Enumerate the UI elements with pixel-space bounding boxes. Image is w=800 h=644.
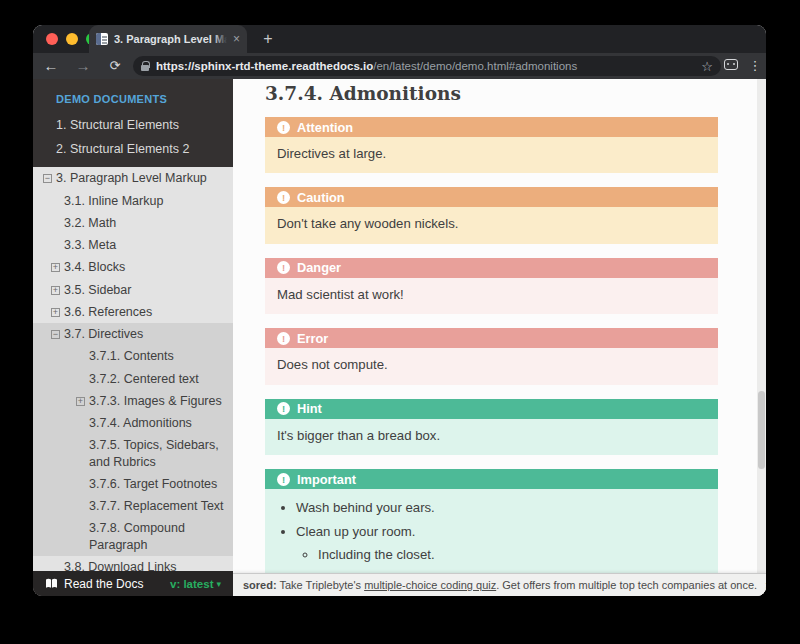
browser-window: 3. Paragraph Level Markup — R × + ← → ⟳ …: [33, 25, 766, 596]
toc-item-label: 3.4. Blocks: [64, 260, 125, 274]
sidebar-item-centered-text[interactable]: 3.7.2. Centered text: [33, 368, 233, 390]
admonition-title: !Caution: [265, 187, 718, 207]
ad-close-icon[interactable]: ×: [757, 579, 766, 592]
toc-item-label: 3. Paragraph Level Markup: [56, 171, 207, 185]
caret-down-icon: ▾: [216, 579, 221, 589]
admonition-title: !Error: [265, 328, 718, 348]
admonition-title: !Important: [265, 469, 718, 489]
sidebar-item-references[interactable]: +3.6. References: [33, 301, 233, 323]
readthedocs-footer[interactable]: Read the Docs v: latest ▾: [33, 571, 233, 596]
browser-menu-icon[interactable]: ⋮: [746, 54, 764, 78]
lock-icon[interactable]: [141, 61, 149, 71]
list-item: Including the closet.: [318, 546, 706, 564]
exclamation-circle-icon: !: [277, 121, 290, 134]
tab-strip: 3. Paragraph Level Markup — R × +: [33, 25, 766, 53]
list-item-text: Clean up your room.: [296, 524, 415, 539]
admonition-danger: !Danger Mad scientist at work!: [265, 258, 718, 314]
toc-item-label: 3.5. Sidebar: [64, 283, 131, 297]
browser-tab[interactable]: 3. Paragraph Level Markup — R ×: [89, 25, 247, 53]
url-host: https://sphinx-rtd-theme.readthedocs.io: [156, 60, 373, 72]
ad-sponsored-label: sored:: [243, 579, 277, 591]
exclamation-circle-icon: !: [277, 191, 290, 204]
sidebar-item-replacement-text[interactable]: 3.7.7. Replacement Text: [33, 495, 233, 517]
expand-toggle-icon[interactable]: +: [51, 263, 60, 272]
tab-close-icon[interactable]: ×: [233, 33, 240, 45]
sidebar-caption-demo-documents: DEMO DOCUMENTS: [33, 91, 233, 107]
admonition-title: !Hint: [265, 399, 718, 419]
admonition-title-text: Hint: [297, 401, 322, 416]
site-favicon-icon: [96, 33, 108, 45]
scrollbar-thumb[interactable]: [758, 391, 765, 469]
toc-item-label: 3.6. References: [64, 305, 152, 319]
browser-toolbar: ← → ⟳ https://sphinx-rtd-theme.readthedo…: [33, 53, 766, 79]
sidebar-item-structural-elements[interactable]: 1. Structural Elements: [33, 114, 233, 138]
admonition-title: !Danger: [265, 258, 718, 278]
minimize-window-button[interactable]: [66, 33, 78, 45]
sidebar-item-topics-sidebars-rubrics[interactable]: 3.7.5. Topics, Sidebars, and Rubrics: [33, 434, 233, 473]
expand-toggle-icon[interactable]: +: [51, 308, 60, 317]
admonition-error: !Error Does not compute.: [265, 328, 718, 384]
sidebar-item-target-footnotes[interactable]: 3.7.6. Target Footnotes: [33, 473, 233, 495]
admonition-title-text: Caution: [297, 190, 345, 205]
readthedocs-brand: Read the Docs: [64, 577, 170, 591]
ad-text: Take Triplebyte's: [277, 579, 365, 591]
exclamation-circle-icon: !: [277, 473, 290, 486]
admonition-body: Don't take any wooden nickels.: [265, 207, 718, 243]
collapse-toggle-icon[interactable]: −: [43, 174, 52, 183]
exclamation-circle-icon: !: [277, 402, 290, 415]
sidebar-item-images-figures[interactable]: +3.7.3. Images & Figures: [33, 390, 233, 412]
exclamation-circle-icon: !: [277, 261, 290, 274]
new-tab-button[interactable]: +: [257, 28, 279, 50]
version-selector[interactable]: v: latest: [170, 578, 213, 590]
collapse-toggle-icon[interactable]: −: [51, 330, 60, 339]
toc-item-label: 3.7. Directives: [64, 327, 143, 341]
automation-extension-icon[interactable]: [724, 59, 738, 70]
ad-link[interactable]: multiple-choice coding quiz: [364, 579, 496, 591]
bookmark-star-icon[interactable]: ☆: [701, 60, 713, 73]
exclamation-circle-icon: !: [277, 332, 290, 345]
sidebar-item-inline-markup[interactable]: 3.1. Inline Markup: [33, 190, 233, 212]
sponsor-ad-bar: sored: Take Triplebyte's multiple-choice…: [233, 573, 766, 596]
url-path: /en/latest/demo/demo.html#admonitions: [373, 60, 577, 72]
document-area: 3.7.4. Admonitions !Attention Directives…: [233, 79, 766, 596]
admonition-caution: !Caution Don't take any wooden nickels.: [265, 187, 718, 243]
page-content: DEMO DOCUMENTS 1. Structural Elements 2.…: [33, 79, 766, 596]
sidebar-item-meta[interactable]: 3.3. Meta: [33, 234, 233, 256]
sidebar-nav: DEMO DOCUMENTS 1. Structural Elements 2.…: [33, 79, 233, 596]
address-bar[interactable]: https://sphinx-rtd-theme.readthedocs.io/…: [133, 56, 721, 76]
sidebar-item-sidebar[interactable]: +3.5. Sidebar: [33, 279, 233, 301]
list-item: Wash behind your ears.: [296, 499, 706, 517]
document-body: 3.7.4. Admonitions !Attention Directives…: [233, 79, 766, 596]
sidebar-item-compound-paragraph[interactable]: 3.7.8. Compound Paragraph: [33, 517, 233, 556]
tab-title: 3. Paragraph Level Markup — R: [114, 33, 227, 45]
admonition-body: It's bigger than a bread box.: [265, 419, 718, 455]
sidebar-item-contents[interactable]: 3.7.1. Contents: [33, 345, 233, 367]
back-button[interactable]: ←: [39, 54, 63, 78]
sidebar-item-paragraph-level-markup[interactable]: −3. Paragraph Level Markup: [33, 167, 233, 189]
sidebar-item-blocks[interactable]: +3.4. Blocks: [33, 256, 233, 278]
forward-button[interactable]: →: [71, 54, 95, 78]
page-title: 3.7.4. Admonitions: [265, 83, 718, 104]
admonition-title-text: Attention: [297, 120, 353, 135]
url-text[interactable]: https://sphinx-rtd-theme.readthedocs.io/…: [156, 60, 695, 72]
admonition-title-text: Important: [297, 472, 356, 487]
sidebar-item-directives[interactable]: −3.7. Directives: [33, 323, 233, 345]
page-scrollbar[interactable]: [757, 79, 766, 596]
close-window-button[interactable]: [46, 33, 58, 45]
sidebar-item-admonitions[interactable]: 3.7.4. Admonitions: [33, 412, 233, 434]
admonition-hint: !Hint It's bigger than a bread box.: [265, 399, 718, 455]
expand-toggle-icon[interactable]: +: [51, 286, 60, 295]
admonition-attention: !Attention Directives at large.: [265, 117, 718, 173]
admonition-title: !Attention: [265, 117, 718, 137]
reload-button[interactable]: ⟳: [103, 54, 127, 78]
toc-current-section-block: −3.7. Directives 3.7.1. Contents 3.7.2. …: [33, 323, 233, 556]
toc-item-label: 3.7.3. Images & Figures: [89, 394, 222, 408]
sidebar-item-math[interactable]: 3.2. Math: [33, 212, 233, 234]
admonition-body: Does not compute.: [265, 348, 718, 384]
ad-text: . Get offers from multiple top tech comp…: [496, 579, 757, 591]
admonition-body: Directives at large.: [265, 137, 718, 173]
admonition-title-text: Error: [297, 331, 328, 346]
admonition-title-text: Danger: [297, 260, 341, 275]
sidebar-item-structural-elements-2[interactable]: 2. Structural Elements 2: [33, 138, 233, 162]
expand-toggle-icon[interactable]: +: [76, 397, 85, 406]
